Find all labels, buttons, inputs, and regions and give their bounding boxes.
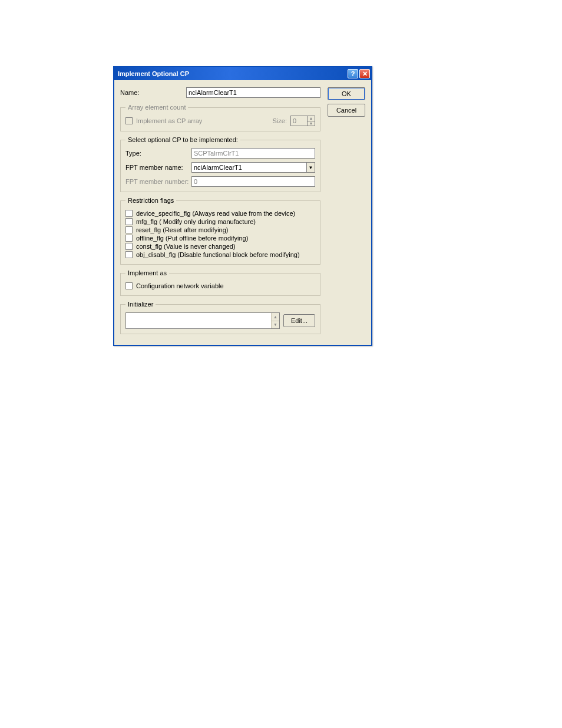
fpt-member-number-row: FPT member number: (125, 176, 315, 187)
implement-as-group: Implement as Configuration network varia… (120, 269, 320, 296)
fpt-member-name-label: FPT member name: (125, 164, 191, 171)
fpt-member-name-input[interactable] (192, 163, 306, 172)
size-spinner: ▲ ▼ (290, 116, 315, 126)
chevron-down-icon[interactable]: ▼ (306, 163, 315, 172)
spin-down-icon: ▼ (307, 121, 315, 127)
flag-device-specific-label: device_specific_flg (Always read value f… (136, 210, 295, 217)
flag-mfg: mfg_flg ( Modify only during manufacture… (125, 218, 315, 225)
size-input (290, 116, 307, 126)
flag-mfg-label: mfg_flg ( Modify only during manufacture… (136, 218, 256, 225)
flag-offline: offline_flg (Put offline before modifyin… (125, 235, 315, 242)
question-icon: ? (351, 70, 355, 77)
fpt-member-number-label: FPT member number: (125, 178, 191, 185)
flag-reset: reset_flg (Reset after modifying) (125, 226, 315, 233)
implement-as-cp-array-label: Implement as CP array (136, 117, 202, 124)
scroll-up-icon[interactable]: ▲ (272, 313, 279, 321)
ok-button[interactable]: OK (328, 87, 365, 100)
flag-obj-disabl-label: obj_disabl_flg (Disable functional block… (136, 251, 300, 258)
flag-device-specific: device_specific_flg (Always read value f… (125, 210, 315, 217)
flag-const-checkbox[interactable] (125, 243, 133, 250)
dialog-body: OK Cancel Name: Array element count Impl… (114, 80, 371, 345)
dialog-implement-optional-cp: Implement Optional CP ? ✕ OK Cancel Name… (113, 66, 372, 346)
initializer-group: Initializer ▲ ▼ Edit... (120, 301, 320, 334)
fpt-member-number-field (191, 176, 315, 187)
window-title: Implement Optional CP (118, 70, 189, 77)
size-group: Size: ▲ ▼ (273, 116, 315, 126)
type-row: Type: (125, 148, 315, 159)
fpt-member-name-combo[interactable]: ▼ (191, 162, 315, 173)
implement-as-legend: Implement as (125, 269, 169, 276)
spin-up-icon: ▲ (307, 116, 315, 121)
array-legend: Array element count (125, 104, 188, 111)
restriction-legend: Restriction flags (125, 197, 176, 204)
close-icon: ✕ (362, 70, 368, 78)
type-field (191, 148, 315, 159)
config-network-variable-row: Configuration network variable (125, 282, 315, 289)
flag-offline-label: offline_flg (Put offline before modifyin… (136, 235, 248, 242)
right-button-column: OK Cancel (328, 87, 365, 120)
flag-const: const_flg (Value is never changed) (125, 243, 315, 250)
name-label: Name: (120, 89, 186, 96)
config-network-variable-checkbox[interactable] (125, 282, 133, 289)
initializer-textarea[interactable]: ▲ ▼ (125, 312, 280, 329)
config-network-variable-label: Configuration network variable (136, 282, 224, 289)
flag-reset-checkbox[interactable] (125, 226, 133, 233)
flag-mfg-checkbox[interactable] (125, 218, 133, 225)
flag-reset-label: reset_flg (Reset after modifying) (136, 226, 229, 233)
cancel-button[interactable]: Cancel (328, 104, 365, 117)
fpt-member-name-row: FPT member name: ▼ (125, 162, 315, 173)
flag-obj-disabl: obj_disabl_flg (Disable functional block… (125, 251, 315, 258)
flag-obj-disabl-checkbox[interactable] (125, 251, 133, 258)
select-legend: Select optional CP to be implemented: (125, 136, 240, 143)
implement-as-cp-array-checkbox (125, 117, 133, 124)
type-label: Type: (125, 150, 191, 157)
flag-const-label: const_flg (Value is never changed) (136, 243, 236, 250)
implement-as-cp-array-row: Implement as CP array (125, 117, 202, 124)
flag-device-specific-checkbox[interactable] (125, 210, 133, 217)
flag-offline-checkbox[interactable] (125, 235, 133, 242)
titlebar[interactable]: Implement Optional CP ? ✕ (114, 67, 371, 80)
array-element-count-group: Array element count Implement as CP arra… (120, 104, 320, 131)
restriction-flags-group: Restriction flags device_specific_flg (A… (120, 197, 320, 265)
name-row: Name: (120, 87, 320, 98)
scroll-down-icon[interactable]: ▼ (272, 321, 279, 329)
help-button[interactable]: ? (348, 69, 358, 78)
select-optional-cp-group: Select optional CP to be implemented: Ty… (120, 136, 320, 192)
close-button[interactable]: ✕ (359, 69, 370, 78)
initializer-legend: Initializer (125, 301, 156, 308)
edit-button[interactable]: Edit... (283, 314, 315, 327)
form-area: Name: Array element count Implement as C… (120, 87, 320, 334)
size-label: Size: (273, 117, 287, 124)
name-input[interactable] (186, 87, 320, 98)
